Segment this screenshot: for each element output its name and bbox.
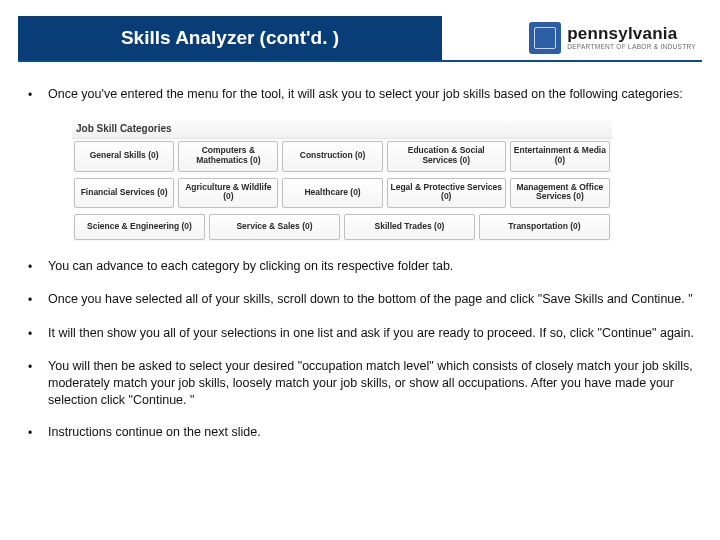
logo-state: pennsylvania xyxy=(567,25,696,42)
category-tab[interactable]: Service & Sales (0) xyxy=(209,214,340,240)
categories-heading: Job Skill Categories xyxy=(72,119,612,139)
bullet-3: • Once you have selected all of your ski… xyxy=(28,291,696,308)
category-row: Financial Services (0) Agriculture & Wil… xyxy=(72,176,612,213)
category-row: Science & Engineering (0) Service & Sale… xyxy=(72,212,612,244)
slide-title: Skills Analyzer (cont'd. ) xyxy=(18,16,442,60)
bullet-text: Once you've entered the menu for the too… xyxy=(48,86,696,103)
category-tab[interactable]: Transportation (0) xyxy=(479,214,610,240)
category-tab[interactable]: Computers & Mathematics (0) xyxy=(178,141,278,172)
category-tab[interactable]: Legal & Protective Services (0) xyxy=(387,178,506,209)
bullet-6: • Instructions continue on the next slid… xyxy=(28,424,696,441)
pa-logo: pennsylvania DEPARTMENT OF LABOR & INDUS… xyxy=(529,22,696,54)
category-tab[interactable]: Financial Services (0) xyxy=(74,178,174,209)
bullet-dot-icon: • xyxy=(28,258,48,275)
bullet-1: • Once you've entered the menu for the t… xyxy=(28,86,696,103)
category-tab[interactable]: Healthcare (0) xyxy=(282,178,382,209)
category-tab[interactable]: General Skills (0) xyxy=(74,141,174,172)
bullet-text: You can advance to each category by clic… xyxy=(48,258,696,275)
bullet-dot-icon: • xyxy=(28,358,48,409)
bullet-text: Instructions continue on the next slide. xyxy=(48,424,696,441)
category-tab[interactable]: Agriculture & Wildlife (0) xyxy=(178,178,278,209)
category-tab[interactable]: Construction (0) xyxy=(282,141,382,172)
bullet-text: Once you have selected all of your skill… xyxy=(48,291,696,308)
bullet-dot-icon: • xyxy=(28,424,48,441)
job-skill-categories-panel: Job Skill Categories General Skills (0) … xyxy=(72,119,612,244)
category-tab[interactable]: Management & Office Services (0) xyxy=(510,178,610,209)
category-tab[interactable]: Skilled Trades (0) xyxy=(344,214,475,240)
category-row: General Skills (0) Computers & Mathemati… xyxy=(72,139,612,176)
pa-seal-icon xyxy=(529,22,561,54)
bullet-text: You will then be asked to select your de… xyxy=(48,358,696,409)
category-tab[interactable]: Entertainment & Media (0) xyxy=(510,141,610,172)
bullet-5: • You will then be asked to select your … xyxy=(28,358,696,409)
bullet-2: • You can advance to each category by cl… xyxy=(28,258,696,275)
bullet-4: • It will then show you all of your sele… xyxy=(28,325,696,342)
pa-logo-text: pennsylvania DEPARTMENT OF LABOR & INDUS… xyxy=(567,25,696,51)
category-tab[interactable]: Science & Engineering (0) xyxy=(74,214,205,240)
bullet-dot-icon: • xyxy=(28,291,48,308)
bullet-dot-icon: • xyxy=(28,325,48,342)
logo-dept: DEPARTMENT OF LABOR & INDUSTRY xyxy=(567,44,696,51)
category-tab[interactable]: Education & Social Services (0) xyxy=(387,141,506,172)
bullet-text: It will then show you all of your select… xyxy=(48,325,696,342)
slide-content: • Once you've entered the menu for the t… xyxy=(28,86,696,458)
bullet-dot-icon: • xyxy=(28,86,48,103)
header-divider xyxy=(18,60,702,62)
